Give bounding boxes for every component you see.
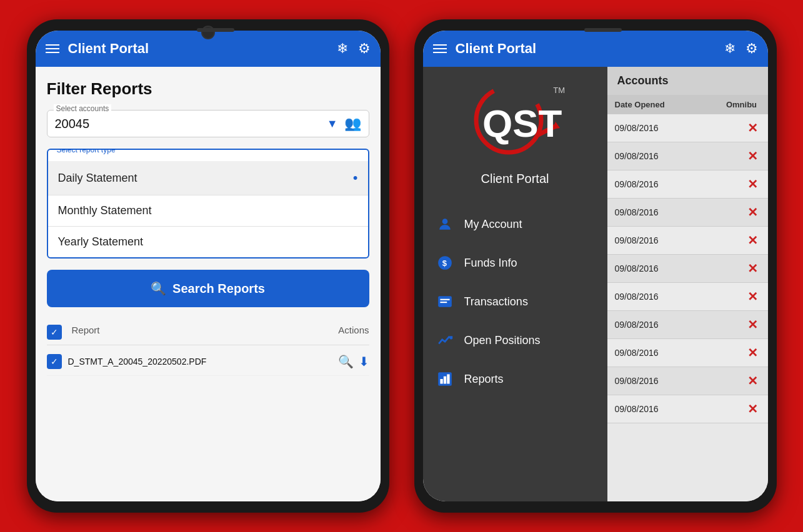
app-bar-title-1: Client Portal (68, 41, 337, 57)
svg-rect-11 (443, 377, 446, 384)
date-val: 09/08/2016 (615, 348, 736, 358)
date-val: 09/08/2016 (615, 179, 736, 189)
sidebar-item-myaccount-label: My Account (464, 218, 522, 231)
sidebar-app-name: Client Portal (481, 172, 549, 186)
select-accounts-label: Select accounts (54, 104, 112, 113)
header-checkbox[interactable]: ✓ (47, 325, 62, 340)
phone-screen-1: Client Portal ❄ ⚙ Filter Reports Select … (36, 31, 381, 501)
preview-icon[interactable]: 🔍 (338, 354, 354, 369)
table-header: ✓ Report Actions (47, 320, 369, 345)
svg-rect-8 (440, 302, 447, 303)
sidebar-item-reports[interactable]: Reports (423, 360, 607, 398)
sidebar-nav: My Account $ Funds Info (423, 199, 607, 501)
search-button-label: Search Reports (172, 282, 265, 296)
accounts-row: 09/08/2016 ✕ (607, 339, 768, 367)
svg-text:$: $ (442, 259, 447, 268)
sidebar-item-transactions[interactable]: Transactions (423, 282, 607, 321)
accounts-row: 09/08/2016 ✕ (607, 283, 768, 311)
app-bar-title-2: Client Portal (456, 41, 724, 57)
search-icon: 🔍 (151, 281, 166, 296)
hamburger-menu-icon[interactable] (46, 44, 59, 53)
date-val: 09/08/2016 (615, 292, 736, 302)
accounts-row: 09/08/2016 ✕ (607, 395, 768, 423)
app-bar-2: Client Portal ❄ ⚙ (423, 31, 768, 67)
accounts-row: 09/08/2016 ✕ (607, 227, 768, 255)
dropdown-option-monthly[interactable]: Monthly Statement (48, 195, 368, 227)
sidebar-item-positions[interactable]: Open Positions (423, 321, 607, 360)
accounts-row: 09/08/2016 ✕ (607, 142, 768, 170)
svg-point-3 (442, 219, 447, 224)
delete-row-btn[interactable]: ✕ (746, 177, 761, 192)
accounts-row: 09/08/2016 ✕ (607, 114, 768, 142)
col-omni: Omnibu (723, 100, 761, 109)
date-val: 09/08/2016 (615, 235, 736, 245)
phone-speaker-2 (584, 28, 622, 32)
app-bar-1: Client Portal ❄ ⚙ (36, 31, 381, 67)
positions-icon (436, 331, 454, 350)
dropdown-option-daily[interactable]: Daily Statement (48, 161, 368, 195)
delete-row-btn[interactable]: ✕ (746, 317, 761, 332)
row-filename: D_STMT_A_20045_20220502.PDF (68, 357, 338, 367)
row-checkbox[interactable]: ✓ (47, 354, 62, 369)
date-val: 09/08/2016 (615, 207, 736, 217)
hamburger-menu-icon-2[interactable] (433, 44, 447, 53)
transactions-icon (436, 292, 454, 311)
delete-row-btn[interactable]: ✕ (746, 205, 761, 220)
sidebar-item-myaccount[interactable]: My Account (423, 205, 607, 244)
svg-rect-12 (447, 374, 449, 383)
screen2-content: TM QST Client Portal (423, 67, 768, 501)
delete-row-btn[interactable]: ✕ (746, 401, 761, 416)
search-reports-button[interactable]: 🔍 Search Reports (47, 270, 369, 307)
accounts-row: 09/08/2016 ✕ (607, 311, 768, 339)
dropdown-arrow-icon[interactable]: ▼ (327, 117, 338, 131)
report-type-dropdown[interactable]: Select report type Daily Statement Month… (47, 149, 369, 259)
date-val: 09/08/2016 (615, 404, 736, 414)
phone-screen-2: Client Portal ❄ ⚙ TM (423, 31, 768, 501)
snowflake-icon-1[interactable]: ❄ (337, 41, 348, 57)
accounts-header-title: Accounts (607, 67, 768, 95)
sidebar-item-transactions-label: Transactions (464, 295, 528, 308)
svg-text:QST: QST (482, 102, 562, 145)
accounts-row: 09/08/2016 ✕ (607, 170, 768, 199)
date-val: 09/08/2016 (615, 151, 736, 161)
app-bar-icons-1: ❄ ⚙ (337, 41, 371, 57)
phone-frame-2: Client Portal ❄ ⚙ TM (414, 19, 777, 513)
download-icon[interactable]: ⬇ (359, 354, 369, 369)
delete-row-btn[interactable]: ✕ (746, 121, 761, 135)
sidebar-item-funds[interactable]: $ Funds Info (423, 244, 607, 282)
account-icon (436, 215, 454, 234)
delete-row-btn[interactable]: ✕ (746, 149, 761, 164)
sidebar-logo-area: TM QST Client Portal (423, 67, 607, 199)
sidebar: TM QST Client Portal (423, 67, 607, 501)
delete-row-btn[interactable]: ✕ (746, 345, 761, 360)
report-type-label: Select report type (54, 149, 118, 154)
accounts-row: 09/08/2016 ✕ (607, 255, 768, 283)
delete-row-btn[interactable]: ✕ (746, 289, 761, 304)
accounts-rows: 09/08/2016 ✕ 09/08/2016 ✕ 09/08/2016 ✕ 0… (607, 114, 768, 423)
snowflake-icon-2[interactable]: ❄ (724, 41, 736, 57)
app-bar-icons-2: ❄ ⚙ (724, 41, 758, 57)
funds-icon: $ (436, 254, 454, 272)
accounts-input-row: 20045 ▼ 👥 (55, 116, 361, 132)
input-actions: ▼ 👥 (327, 116, 361, 132)
delete-row-btn[interactable]: ✕ (746, 373, 761, 388)
phone-speaker-1 (197, 28, 234, 32)
svg-rect-10 (440, 379, 442, 384)
reports-icon (436, 370, 454, 388)
row-actions: 🔍 ⬇ (338, 354, 369, 369)
screen-content-1: Filter Reports Select accounts 20045 ▼ 👥… (36, 67, 381, 501)
accounts-row: 09/08/2016 ✕ (607, 367, 768, 395)
phone-frame-1: Client Portal ❄ ⚙ Filter Reports Select … (27, 19, 389, 513)
date-val: 09/08/2016 (615, 123, 736, 133)
sidebar-item-funds-label: Funds Info (464, 257, 517, 270)
qst-logo: TM QST (459, 86, 571, 167)
date-val: 09/08/2016 (615, 320, 736, 330)
delete-row-btn[interactable]: ✕ (746, 233, 761, 248)
delete-row-btn[interactable]: ✕ (746, 261, 761, 276)
accounts-row: 09/08/2016 ✕ (607, 199, 768, 227)
table-header-checkbox-col: ✓ (47, 325, 66, 340)
gear-icon-1[interactable]: ⚙ (358, 41, 371, 57)
gear-icon-2[interactable]: ⚙ (746, 41, 758, 57)
people-icon[interactable]: 👥 (344, 116, 361, 132)
dropdown-option-yearly[interactable]: Yearly Statement (48, 227, 368, 257)
